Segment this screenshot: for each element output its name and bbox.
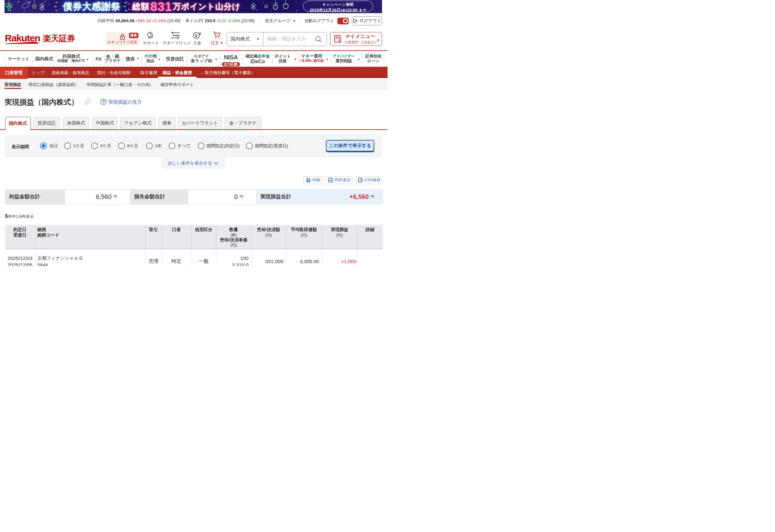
svg-text:CSV: CSV bbox=[358, 180, 362, 182]
svg-text:BANK: BANK bbox=[173, 34, 180, 37]
svg-text:PDF: PDF bbox=[329, 180, 332, 182]
svg-text:¥: ¥ bbox=[195, 33, 197, 38]
